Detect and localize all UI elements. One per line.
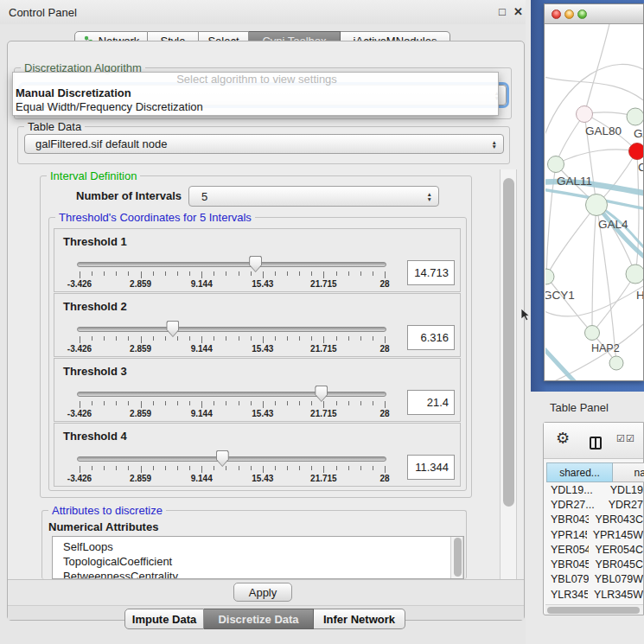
table-row[interactable]: YLR345WYLR345W [546, 587, 643, 602]
numerical-attributes-list[interactable]: SelfLoops TopologicalCoefficient Between… [52, 536, 464, 579]
slider-handle[interactable] [315, 386, 328, 402]
table-row[interactable]: YBL079WYBL079W [546, 572, 643, 587]
zoom-traffic-light-icon[interactable] [577, 10, 587, 19]
cell-name[interactable]: YLR345W [588, 589, 643, 601]
number-of-intervals-combobox[interactable]: 5 ▲▼ [188, 186, 439, 207]
tick-mark [239, 466, 239, 470]
table-data-combobox[interactable]: galFiltered.sif default node ▲▼ [24, 134, 504, 154]
column-header-name[interactable]: name [613, 462, 644, 482]
cell-name[interactable]: YER054C [589, 544, 643, 556]
tick-label: 2.859 [130, 409, 151, 418]
list-item[interactable]: SelfLoops [53, 539, 463, 554]
table-row[interactable]: YER054CYER054C [546, 542, 643, 557]
node[interactable] [627, 108, 643, 125]
split-columns-icon[interactable] [590, 437, 602, 450]
network-canvas[interactable]: GAL80 GAL C GAL11 GAL4 GCY1 H HAP2 [545, 24, 643, 380]
node-gal4[interactable] [586, 194, 608, 216]
threshold-slider[interactable] [77, 456, 386, 462]
tick-label: 15.43 [252, 279, 273, 289]
tick-mark [177, 466, 178, 470]
network-window-titlebar[interactable] [545, 4, 643, 24]
cell-shared-name[interactable]: YBR045C [546, 558, 589, 571]
cell-shared-name[interactable]: YDR27... [546, 499, 603, 511]
cell-shared-name[interactable]: YBR043C [546, 513, 589, 526]
tick-mark [263, 271, 264, 278]
dropdown-option-equal-width[interactable]: Equal Width/Frequency Discretization [13, 100, 498, 114]
threshold-value-field[interactable]: 11.344 [407, 455, 455, 480]
apply-button[interactable]: Apply [233, 583, 292, 602]
threshold-label: Threshold 3 [63, 365, 127, 378]
cell-shared-name[interactable]: YPR145W [546, 529, 587, 541]
tick-mark [275, 401, 276, 405]
table-rows: YDL19...YDL19YDR27...YDR27YBR043CYBR043C… [546, 482, 643, 603]
cell-shared-name[interactable]: YDL19... [546, 484, 604, 496]
cell-name[interactable]: YDL19 [604, 484, 643, 496]
threshold-value-field[interactable]: 14.713 [407, 260, 455, 285]
panel-vertical-scrollbar[interactable] [500, 169, 517, 579]
close-icon[interactable]: ✕ [513, 5, 523, 18]
close-traffic-light-icon[interactable] [552, 10, 561, 19]
cell-name[interactable]: YDR27 [603, 499, 643, 511]
table-row[interactable]: YDL19...YDL19 [546, 482, 643, 497]
cell-shared-name[interactable]: YLR345W [546, 589, 588, 601]
threshold-value-field[interactable]: 6.316 [407, 325, 455, 350]
node[interactable] [626, 265, 643, 284]
node-gcy1[interactable] [545, 269, 554, 284]
table-horizontal-scrollbar[interactable] [545, 604, 643, 615]
table-panel-title: Table Panel [550, 401, 609, 414]
node-selected-red[interactable] [629, 143, 644, 160]
tick-label: -3.426 [67, 344, 92, 354]
dropdown-placeholder-item[interactable]: Select algorithm to view settings [13, 73, 498, 86]
cell-name[interactable]: YPR145W [587, 529, 643, 541]
control-panel-titlebar: Control Panel □ ✕ [0, 0, 526, 24]
table-row[interactable]: YPR145WYPR145W [546, 527, 643, 542]
tick-mark [128, 336, 129, 341]
tick-label: -3.426 [67, 279, 92, 289]
select-columns-icon[interactable]: ☑☑ [616, 433, 635, 444]
tick-mark [177, 271, 178, 276]
cell-name[interactable]: YBR043C [589, 513, 643, 526]
gear-icon[interactable]: ⚙ [556, 429, 570, 448]
tick-label: 15.43 [252, 409, 273, 418]
tick-mark [165, 336, 166, 341]
table-row[interactable]: YBR045CYBR045C [546, 557, 643, 571]
tab-impute-data[interactable]: Impute Data [124, 609, 204, 629]
column-header-shared-name[interactable]: shared... [546, 462, 613, 482]
tick-mark [373, 271, 373, 276]
slider-handle[interactable] [166, 321, 179, 337]
tick-mark [189, 466, 190, 470]
tick-label: 2.859 [130, 344, 151, 354]
tick-mark [251, 336, 252, 341]
cell-shared-name[interactable]: YBL079W [546, 573, 589, 585]
cell-shared-name[interactable]: YER054C [546, 544, 589, 556]
list-item[interactable]: BetweennessCentrality [53, 569, 463, 579]
minimize-traffic-light-icon[interactable] [564, 10, 574, 19]
node[interactable] [609, 356, 623, 370]
float-window-icon[interactable]: □ [499, 5, 506, 18]
tick-mark [116, 271, 117, 276]
node-hap2[interactable] [585, 326, 600, 341]
cell-name[interactable]: YBL079W [589, 573, 643, 585]
threshold-value-field[interactable]: 21.4 [407, 390, 455, 415]
tab-discretize-data[interactable]: Discretize Data [204, 609, 314, 629]
tab-label: Infer Network [323, 613, 395, 626]
table-row[interactable]: YBR043CYBR043C [546, 513, 643, 527]
threshold-slider[interactable] [77, 392, 386, 397]
table-row[interactable]: YDR27...YDR27 [546, 497, 643, 512]
dropdown-option-manual[interactable]: Manual Discretization [13, 86, 498, 100]
slider-handle[interactable] [249, 256, 262, 272]
threshold-label: Threshold 1 [63, 235, 127, 248]
cyni-mode-tabs: Impute Data Discretize Data Infer Networ… [124, 609, 405, 628]
slider-handle[interactable] [216, 450, 229, 467]
tab-infer-network[interactable]: Infer Network [314, 609, 405, 629]
threshold-slider[interactable] [77, 262, 386, 267]
network-window[interactable]: GAL80 GAL C GAL11 GAL4 GCY1 H HAP2 [544, 3, 644, 381]
list-item[interactable]: TopologicalCoefficient [53, 554, 463, 569]
node-label: GAL [634, 127, 643, 140]
node-gal80[interactable] [577, 106, 593, 123]
table-row[interactable]: YIL053CYIL053C [546, 602, 643, 603]
node-gal11[interactable] [548, 156, 564, 173]
attributes-list-scrollbar[interactable] [450, 537, 463, 578]
threshold-slider[interactable] [77, 327, 386, 332]
cell-name[interactable]: YBR045C [589, 558, 643, 571]
